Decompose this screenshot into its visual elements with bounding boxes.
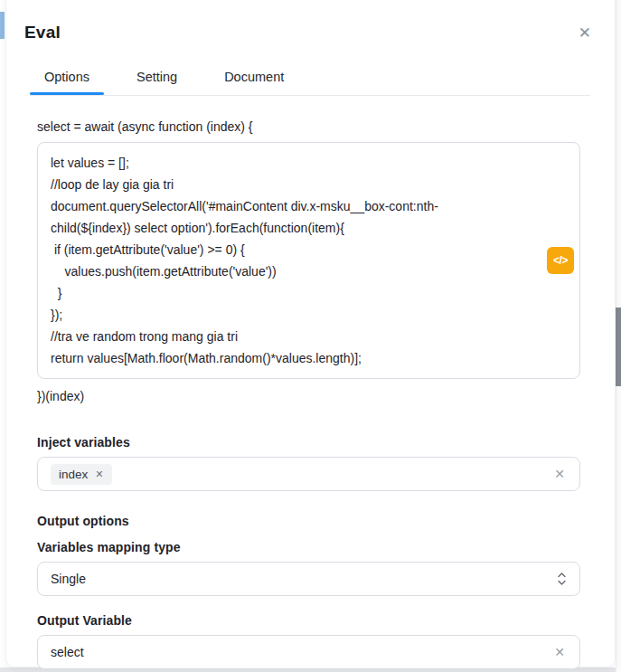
output-variable-input[interactable]: select ✕ [37,635,580,669]
open-code-editor-button[interactable]: </> [547,247,574,274]
code-line: }); [51,304,540,326]
code-editor-wrap: let values = [];//loop de lay gia gia tr… [37,142,580,379]
inject-variables-label: Inject variables [37,435,580,450]
code-line: return values[Math.floor(Math.random()*v… [51,347,540,369]
variable-tag-label: index [59,468,88,481]
mapping-type-value: Single [51,572,557,586]
code-line: //tra ve random trong mang gia tri [51,326,540,347]
dialog-title: Eval [24,23,61,43]
chevron-up-down-icon[interactable] [557,572,567,586]
code-line: let values = []; [51,152,540,174]
code-editor[interactable]: let values = [];//loop de lay gia gia tr… [37,142,580,379]
code-line: if (item.getAttribute('value') >= 0) { [51,239,540,260]
tab-document[interactable]: Document [210,62,298,95]
output-variable-value: select [51,645,552,659]
page-scrollbar-thumb[interactable] [616,308,621,386]
code-wrapper-prefix: select = await (async function (index) { [37,118,580,136]
mapping-type-label: Variables mapping type [37,540,580,554]
output-variable-label: Output Variable [37,613,580,628]
close-icon[interactable]: ✕ [577,24,593,43]
clear-output-variable-icon[interactable]: ✕ [552,644,567,660]
eval-dialog: Eval ✕ Options Setting Document select =… [5,0,616,667]
output-options-heading: Output options [37,514,580,528]
dialog-header: Eval ✕ [6,1,615,43]
mapping-type-select[interactable]: Single [37,562,580,596]
variable-tag: index ✕ [51,464,112,485]
tag-remove-icon[interactable]: ✕ [95,469,103,479]
code-line: child(${index}) select option').forEach(… [51,217,540,239]
code-wrapper-suffix: })(index) [37,387,580,405]
tab-options[interactable]: Options [30,62,104,95]
tab-bar: Options Setting Document [30,62,590,96]
clear-inject-variables-icon[interactable]: ✕ [552,466,567,482]
code-line: } [51,282,540,304]
code-line: //loop de lay gia gia tri [51,174,540,195]
tab-divider [30,95,590,96]
page-scrollbar-track[interactable] [616,0,621,672]
code-icon: </> [553,254,568,267]
code-line: document.querySelectorAll('#mainContent … [51,195,540,217]
code-line: values.push(item.getAttribute('value')) [51,260,540,282]
options-panel: select = await (async function (index) {… [6,96,615,669]
inject-variables-input[interactable]: index ✕ ✕ [37,457,580,491]
tab-setting[interactable]: Setting [122,62,192,95]
page-left-accent [0,12,5,39]
